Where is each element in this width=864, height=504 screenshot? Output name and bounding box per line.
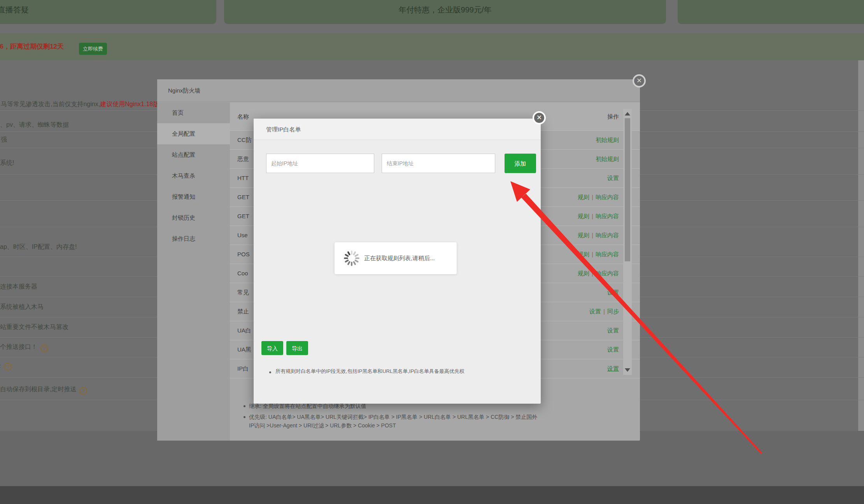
op-link-响应内容[interactable]: 响应内容 (596, 213, 619, 219)
op-link-设置[interactable]: 设置 (607, 365, 619, 372)
inherit-note: 继承: 全局设置将在站点配置中自动继承为默认值 (249, 403, 366, 410)
sidebar-item-报警通知[interactable]: 报警通知 (157, 186, 230, 207)
promo-banner-left[interactable]: 直播答疑 (0, 0, 216, 24)
help-icon[interactable]: ? (4, 363, 12, 371)
loading-spinner-icon (344, 250, 359, 266)
background-text: 条? (0, 361, 12, 371)
rule-operations: 规则|响应内容 (578, 207, 619, 226)
rule-name: 恶意 (237, 150, 249, 168)
op-link-规则[interactable]: 规则 (578, 194, 589, 200)
op-link-响应内容[interactable]: 响应内容 (596, 270, 619, 276)
promo-banner-center-label: 年付特惠，企业版999元/年 (224, 0, 666, 24)
rule-name: HTT (237, 169, 249, 187)
license-expiry-bar: 16，距离过期仅剩12天 立即续费 (0, 33, 864, 60)
whitelist-dialog-title: 管理IP白名单 (266, 119, 301, 140)
sidebar-item-站点配置[interactable]: 站点配置 (157, 144, 230, 165)
background-text: 自动保存到根目录,定时推送? (0, 385, 87, 395)
op-link-初始规则[interactable]: 初始规则 (596, 156, 619, 162)
rule-operations: 设置 (607, 321, 619, 340)
rule-name: UA黑 (237, 340, 251, 359)
op-link-响应内容[interactable]: 响应内容 (596, 251, 619, 257)
column-header-operation: 操作 (607, 103, 619, 131)
sidebar-item-操作日志[interactable]: 操作日志 (157, 228, 230, 249)
renew-now-button[interactable]: 立即续费 (79, 43, 107, 55)
promo-banner-left-label: 直播答疑 (0, 0, 29, 24)
note-bullet (244, 416, 245, 418)
rule-name: GET (237, 188, 249, 206)
rule-name: Coo (237, 264, 248, 283)
rule-operations: 初始规则 (596, 150, 619, 168)
rule-operations: 规则|响应内容 (578, 188, 619, 206)
rule-operations: 设置 (607, 283, 619, 302)
op-separator: | (589, 213, 596, 219)
op-link-规则[interactable]: 规则 (578, 213, 589, 219)
help-icon[interactable]: ? (79, 387, 87, 395)
browser-scrollbar[interactable] (858, 60, 864, 431)
op-separator: | (589, 232, 596, 238)
rule-name: Use (237, 226, 248, 245)
rule-operations: 规则|响应内容 (578, 226, 619, 245)
note-bullet (244, 405, 245, 407)
import-button[interactable]: 导入 (261, 341, 283, 355)
rule-operations: 设置 (607, 359, 619, 378)
op-link-响应内容[interactable]: 响应内容 (596, 232, 619, 238)
op-link-初始规则[interactable]: 初始规则 (596, 136, 619, 143)
page-footer-band (0, 486, 864, 504)
op-link-设置[interactable]: 设置 (589, 308, 601, 315)
rule-operations: 设置|同步 (589, 302, 619, 321)
firewall-close-icon[interactable]: ✕ (633, 74, 646, 88)
background-text: 站重要文件不被木马篡改 (0, 323, 68, 331)
op-link-规则[interactable]: 规则 (578, 251, 589, 257)
start-ip-input[interactable] (266, 154, 374, 173)
rule-operations: 设置 (607, 169, 619, 187)
rule-operations: 设置 (607, 340, 619, 359)
page: 直播答疑 年付特惠，企业版999元/年 16，距离过期仅剩12天 立即续费 马等… (0, 0, 864, 504)
scrollbar-thumb[interactable] (625, 118, 630, 261)
op-link-同步[interactable]: 同步 (607, 308, 619, 315)
op-separator: | (589, 270, 596, 276)
end-ip-input[interactable] (382, 154, 495, 173)
priority-note-line1: 优先级: UA白名单> UA黑名单> URL关键词拦截> IP白名单 > IP黑… (249, 414, 537, 421)
sidebar-item-首页[interactable]: 首页 (157, 102, 230, 123)
background-text: ap、时区、IP配置、内存盘! (0, 243, 77, 251)
rule-operations: 规则|响应内容 (578, 245, 619, 264)
rule-operations: 规则|响应内容 (578, 264, 619, 283)
op-link-设置[interactable]: 设置 (607, 346, 619, 353)
op-link-设置[interactable]: 设置 (607, 289, 619, 296)
scroll-down-icon[interactable] (625, 368, 630, 372)
sidebar-item-全局配置[interactable]: 全局配置 (157, 123, 230, 144)
firewall-menu: 首页全局配置站点配置木马查杀报警通知封锁历史操作日志 (157, 102, 230, 249)
background-text: 个推送接口！? (0, 343, 48, 352)
ip-whitelist-dialog: 管理IP白名单 ✕ 添加 正在获取规则列表,请稍后... 导入 导出 所有规则对… (254, 119, 541, 404)
loading-text: 正在获取规则列表,请稍后... (364, 242, 435, 274)
promo-banner-right[interactable] (678, 0, 864, 24)
rule-name: UA白 (237, 321, 251, 340)
export-button[interactable]: 导出 (286, 341, 308, 355)
table-scrollbar[interactable] (623, 109, 632, 375)
scroll-up-icon[interactable] (625, 112, 630, 116)
promo-banner-center[interactable]: 年付特惠，企业版999元/年 (224, 0, 666, 24)
op-link-响应内容[interactable]: 响应内容 (596, 194, 619, 200)
op-link-规则[interactable]: 规则 (578, 270, 589, 276)
background-text: 强 (1, 136, 7, 144)
firewall-sidebar: 首页全局配置站点配置木马查杀报警通知封锁历史操作日志 (157, 102, 230, 441)
op-link-设置[interactable]: 设置 (607, 175, 619, 181)
column-header-name: 名称 (237, 103, 249, 131)
add-button[interactable]: 添加 (505, 154, 536, 173)
whitelist-close-icon[interactable]: ✕ (533, 111, 546, 124)
help-icon[interactable]: ? (40, 345, 48, 352)
op-separator: | (589, 194, 596, 200)
rule-name: GET (237, 207, 249, 226)
whitelist-note: 所有规则对白名单中的IP段无效,包括IP黑名单和URL黑名单,IP白名单具备最高… (275, 368, 464, 375)
rule-name: IP白 (237, 359, 249, 378)
background-text: 系统! (0, 159, 14, 167)
op-link-规则[interactable]: 规则 (578, 232, 589, 238)
rule-name: 常见 (237, 283, 249, 302)
rule-name: 禁止 (237, 302, 249, 321)
op-separator: | (601, 308, 607, 315)
firewall-modal-title: Nginx防火墙 (168, 79, 200, 102)
op-link-设置[interactable]: 设置 (607, 327, 619, 334)
sidebar-item-木马查杀[interactable]: 木马查杀 (157, 165, 230, 186)
sidebar-item-封锁历史[interactable]: 封锁历史 (157, 207, 230, 228)
priority-note-line2: IP访问 >User-Agent > URI过滤 > URL参数 > Cooki… (249, 422, 396, 429)
